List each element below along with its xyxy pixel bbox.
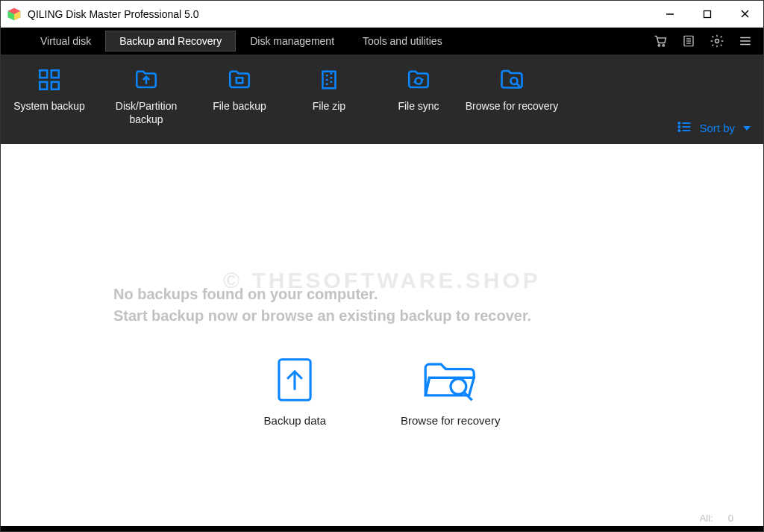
tool-label: File backup	[213, 99, 266, 113]
tab-label: Tools and utilities	[363, 35, 442, 47]
message-line-1: No backups found on your computer.	[113, 286, 651, 303]
svg-line-7	[742, 10, 748, 17]
main-content: © THESOFTWARE.SHOP No backups found on y…	[1, 144, 763, 513]
backup-data-icon	[276, 356, 313, 404]
tab-backup-recovery[interactable]: Backup and Recovery	[105, 31, 236, 51]
svg-rect-18	[40, 70, 47, 78]
svg-rect-22	[237, 78, 243, 83]
svg-rect-21	[51, 82, 59, 90]
tool-label: File sync	[398, 99, 439, 113]
tabbar-right-icons	[653, 34, 763, 48]
tool-file-zip[interactable]: File zip	[284, 65, 374, 113]
svg-point-14	[716, 40, 719, 43]
sort-label: Sort by	[699, 122, 735, 134]
svg-point-32	[451, 379, 466, 395]
svg-point-8	[658, 45, 660, 47]
folder-search-icon	[498, 65, 525, 95]
close-button[interactable]	[726, 1, 763, 27]
browse-recovery-button[interactable]: Browse for recovery	[401, 356, 500, 427]
empty-state-message: No backups found on your computer. Start…	[113, 286, 651, 329]
toolbar: System backup Disk/Partition backup File…	[1, 54, 763, 144]
zip-icon	[316, 65, 342, 95]
log-icon[interactable]	[681, 34, 696, 48]
tool-label: Disk/Partition backup	[98, 99, 195, 126]
status-count: 0	[728, 513, 733, 524]
svg-marker-30	[743, 126, 751, 131]
svg-rect-20	[40, 82, 47, 90]
empty-state-actions: Backup data Browse for recovery	[264, 356, 501, 427]
cart-icon[interactable]	[653, 34, 668, 48]
tab-virtual-disk[interactable]: Virtual disk	[26, 31, 105, 51]
chevron-down-icon	[742, 122, 751, 134]
backup-data-button[interactable]: Backup data	[264, 356, 326, 427]
message-line-2: Start backup now or browse an existing b…	[113, 307, 651, 325]
folder-small-icon	[227, 65, 252, 95]
sort-by-dropdown[interactable]: Sort by	[677, 121, 751, 135]
maximize-button[interactable]	[689, 1, 726, 27]
svg-point-26	[679, 126, 680, 128]
svg-point-28	[679, 130, 680, 131]
tool-disk-partition-backup[interactable]: Disk/Partition backup	[98, 65, 195, 126]
tool-label: Browse for recovery	[466, 99, 558, 113]
svg-rect-5	[704, 10, 711, 17]
titlebar: QILING Disk Master Professional 5.0	[1, 1, 763, 28]
svg-line-6	[742, 10, 748, 17]
status-bar: All: 0	[1, 513, 763, 531]
tab-bar: Virtual disk Backup and Recovery Disk ma…	[1, 28, 763, 54]
svg-rect-19	[51, 70, 59, 78]
menu-icon[interactable]	[738, 34, 753, 48]
tab-tools-utilities[interactable]: Tools and utilities	[348, 31, 457, 51]
tab-label: Backup and Recovery	[119, 35, 222, 47]
action-label: Backup data	[264, 414, 326, 427]
window-title: QILING Disk Master Professional 5.0	[28, 8, 651, 20]
svg-point-24	[679, 122, 680, 124]
tab-label: Disk management	[250, 35, 334, 47]
tool-file-backup[interactable]: File backup	[195, 65, 284, 113]
tool-file-sync[interactable]: File sync	[374, 65, 463, 113]
app-logo-icon	[7, 7, 22, 22]
svg-point-23	[511, 78, 518, 84]
grid-icon	[37, 65, 62, 95]
tab-label: Virtual disk	[40, 35, 91, 47]
tool-system-backup[interactable]: System backup	[1, 65, 98, 113]
tab-disk-management[interactable]: Disk management	[236, 31, 348, 51]
minimize-button[interactable]	[651, 1, 689, 27]
browse-recovery-icon	[422, 356, 480, 404]
tool-label: System backup	[13, 99, 85, 113]
folder-sync-icon	[406, 65, 431, 95]
tool-label: File zip	[313, 99, 345, 113]
window-controls	[651, 1, 763, 27]
action-label: Browse for recovery	[401, 414, 500, 427]
settings-icon[interactable]	[710, 34, 724, 48]
list-icon	[677, 121, 692, 135]
folder-up-icon	[134, 65, 159, 95]
tool-browse-recovery[interactable]: Browse for recovery	[463, 65, 560, 113]
status-label: All:	[700, 513, 713, 524]
svg-point-9	[663, 45, 665, 47]
